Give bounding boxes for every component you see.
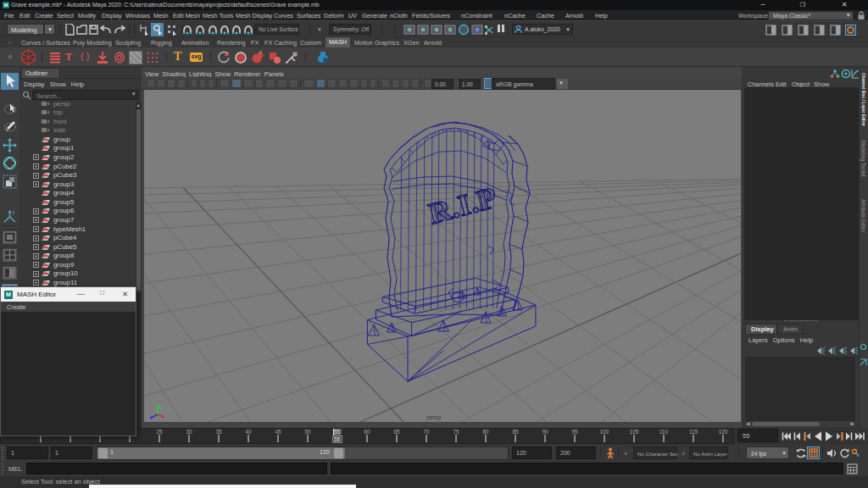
svg-text:y: y (159, 405, 162, 410)
svg-text:X: X (12, 210, 15, 215)
